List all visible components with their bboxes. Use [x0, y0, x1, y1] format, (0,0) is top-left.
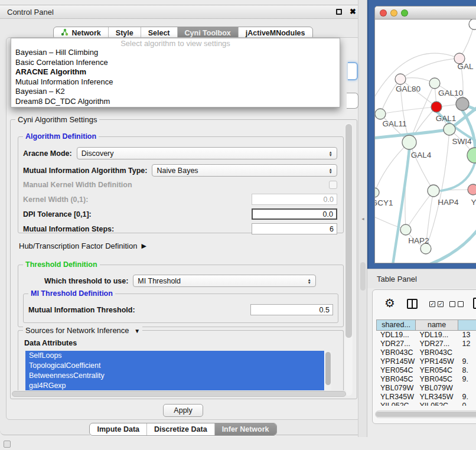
table-row[interactable]: YIL052CYIL052C0.: [376, 402, 476, 406]
table-panel: ⚙ ✓✓ shared...name YDL19...YDL19...13YDR…: [372, 289, 476, 424]
gear-icon[interactable]: ⚙: [384, 296, 395, 310]
mi-threshold-field[interactable]: 0.5: [250, 304, 333, 315]
algorithm-option-basic-correlation-inference[interactable]: Basic Correlation Inference: [11, 58, 340, 68]
node-label: HAP2: [408, 236, 429, 245]
table-row[interactable]: YLR345WYLR345W9.: [376, 393, 476, 402]
algorithm-option-aracne-algorithm[interactable]: ARACNE Algorithm: [11, 67, 340, 77]
mi-steps-field[interactable]: 6: [252, 223, 337, 234]
deselect-all-icon[interactable]: [449, 301, 464, 307]
table-cell: YDR27...: [416, 340, 458, 348]
network-node[interactable]: [469, 19, 476, 30]
node-label: GCY1: [375, 198, 393, 207]
dpi-tolerance-label: DPI Tolerance [0,1]:: [23, 210, 92, 219]
network-edge: [406, 191, 433, 230]
kernel-width-field[interactable]: 0.0: [252, 194, 337, 205]
table-cell: YLR345W: [416, 393, 458, 402]
algorithm-option-dream8-dc-tdc-algorithm[interactable]: Dream8 DC_TDC Algorithm: [11, 97, 340, 107]
settings-hscrollbar[interactable]: [12, 390, 346, 397]
table-cell: YBL079W: [416, 384, 458, 393]
column-header-shared[interactable]: shared...: [376, 319, 416, 331]
column-header-col2[interactable]: [458, 319, 476, 331]
network-node-gal10[interactable]: [429, 78, 440, 89]
table-cell: [458, 348, 476, 357]
scrollbar-thumb[interactable]: [12, 391, 346, 397]
attribute-item-selfloops[interactable]: SelfLoops: [25, 351, 324, 361]
attribute-item-topologicalcoefficient[interactable]: TopologicalCoefficient: [25, 361, 324, 371]
network-node-swi4[interactable]: [444, 123, 455, 135]
select-all-icon[interactable]: ✓✓: [429, 301, 444, 307]
algorithm-option-bayesian-hill-climbing[interactable]: Bayesian – Hill Climbing: [11, 48, 340, 58]
manual-kernel-checkbox[interactable]: [329, 181, 337, 189]
sources-title[interactable]: Sources for Network Inference ▼: [23, 326, 142, 335]
table-cell: YER054C: [376, 366, 416, 375]
network-view-frame: GALGAL80GAL10GAL1GAL11SWI4GAL4GCY1HAP4YH…: [367, 0, 476, 269]
attribute-item-gal4rgexp[interactable]: gal4RGexp: [25, 381, 324, 391]
table-row[interactable]: YBL079WYBL079W: [376, 384, 476, 393]
network-node-gal1[interactable]: [431, 102, 442, 112]
which-threshold-label: Which threshold to use:: [44, 277, 128, 285]
document-icon[interactable]: [473, 298, 476, 309]
algorithm-option-bayesian-k2[interactable]: Bayesian – K2: [11, 87, 340, 97]
collapse-arrow-icon[interactable]: ▼: [134, 328, 140, 334]
network-node-hap2[interactable]: [400, 224, 411, 235]
attribute-item-betweennesscentrality[interactable]: BetweennessCentrality: [25, 371, 324, 381]
zoom-window-icon[interactable]: [401, 9, 408, 17]
network-node-y[interactable]: [468, 184, 476, 195]
table-row[interactable]: YBR045CYBR045C9.: [376, 375, 476, 384]
float-panel-icon[interactable]: [336, 9, 342, 15]
mi-algorithm-type-select[interactable]: Naive Bayes ▲▼: [152, 164, 337, 177]
network-edge-highlighted: [393, 149, 409, 263]
table-cell: YBR045C: [416, 375, 458, 384]
apply-button[interactable]: Apply: [163, 404, 203, 417]
table-cell: YBR043C: [416, 348, 458, 357]
tab-impute-data[interactable]: Impute Data: [90, 423, 147, 435]
splitter-collapse-icon[interactable]: ◄: [361, 217, 365, 221]
table-row[interactable]: YPR145WYPR145W9.: [376, 357, 476, 366]
table-row[interactable]: YDL19...YDL19...13: [376, 331, 476, 340]
network-node[interactable]: [467, 148, 476, 163]
close-panel-icon[interactable]: ✖: [350, 9, 356, 15]
network-node-hap4[interactable]: [428, 185, 439, 197]
algorithm-option-mutual-information-inference[interactable]: Mutual Information Inference: [11, 77, 340, 87]
network-canvas[interactable]: GALGAL80GAL10GAL1GAL11SWI4GAL4GCY1HAP4YH…: [375, 19, 476, 263]
network-window-titlebar[interactable]: [375, 6, 476, 19]
table-row[interactable]: YBR043CYBR043C: [376, 348, 476, 357]
table-row[interactable]: YDR27...YDR27...12: [376, 340, 476, 348]
minimize-window-icon[interactable]: [390, 9, 397, 17]
scrollbar-thumb[interactable]: [376, 412, 476, 417]
node-label: GAL1: [436, 114, 457, 123]
hub-transcription-factor-section[interactable]: Hub/Transcription Factor Definition ▶: [19, 242, 146, 250]
table-cell: 0.: [458, 402, 476, 406]
data-attributes-list[interactable]: SelfLoopsTopologicalCoefficientBetweenne…: [25, 351, 331, 391]
table-hscrollbar[interactable]: [375, 410, 476, 418]
collapsed-panel-grip[interactable]: [4, 441, 11, 448]
network-node[interactable]: [456, 97, 469, 110]
mi-threshold-label: Mutual Information Threshold:: [28, 306, 135, 314]
network-node-gal11[interactable]: [375, 109, 386, 119]
threshold-value: MI Threshold: [138, 277, 181, 285]
network-node-gcy1[interactable]: [375, 188, 379, 197]
expand-arrow-icon[interactable]: ▶: [141, 242, 146, 250]
combo-arrows-icon: ▲▼: [329, 168, 332, 174]
splitter-handle[interactable]: [360, 262, 366, 291]
settings-scrollbar[interactable]: [345, 123, 353, 396]
group-title: Threshold Definition: [23, 260, 100, 269]
scrollbar-thumb[interactable]: [325, 352, 331, 385]
network-node-gal4[interactable]: [402, 135, 416, 149]
column-header-name[interactable]: name: [415, 319, 458, 331]
columns-icon[interactable]: [407, 299, 418, 309]
tab-discretize-data[interactable]: Discretize Data: [147, 423, 215, 435]
dpi-tolerance-field[interactable]: 0.0: [252, 208, 337, 220]
tab-infer-network[interactable]: Infer Network: [215, 423, 276, 435]
node-label: GAL10: [438, 89, 463, 97]
aracne-mode-select[interactable]: Discovery ▲▼: [77, 147, 337, 159]
close-window-icon[interactable]: [380, 9, 387, 17]
network-node-gal80[interactable]: [395, 74, 406, 84]
list-scrollbar[interactable]: [325, 351, 331, 391]
table-row[interactable]: YER054CYER054C8.: [376, 366, 476, 375]
threshold-select[interactable]: MI Threshold ▲▼: [133, 275, 316, 287]
scrollbar-thumb[interactable]: [345, 124, 352, 338]
threshold-definition-group: Threshold Definition Which threshold to …: [18, 265, 344, 327]
tab-label: Network: [71, 29, 100, 37]
table-cell: 13: [458, 331, 476, 340]
